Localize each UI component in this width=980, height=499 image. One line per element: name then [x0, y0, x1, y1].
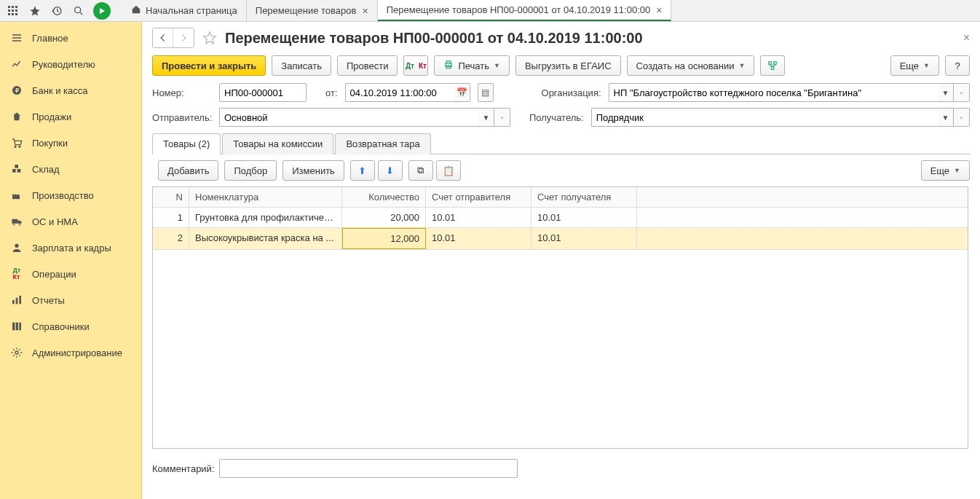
- receiver-input[interactable]: [591, 108, 938, 127]
- sidebar-item[interactable]: ОС и НМА: [0, 208, 141, 235]
- close-icon[interactable]: ×: [656, 4, 662, 16]
- th-nom[interactable]: Номенклатура: [189, 187, 342, 207]
- search-icon[interactable]: [71, 4, 86, 18]
- cell-acc-receiver[interactable]: 10.01: [532, 208, 637, 227]
- print-button[interactable]: Печать ▼: [434, 55, 510, 76]
- window-tab[interactable]: Перемещение товаров×: [247, 0, 378, 21]
- save-button[interactable]: Записать: [272, 55, 331, 76]
- number-input[interactable]: [219, 83, 307, 102]
- org-open-icon[interactable]: ▫: [954, 83, 970, 102]
- move-down-button[interactable]: ⬇: [378, 160, 403, 181]
- calendar-icon[interactable]: 📅: [454, 83, 470, 102]
- org-input[interactable]: [609, 83, 938, 102]
- sidebar-item[interactable]: Склад: [0, 156, 141, 182]
- svg-rect-23: [19, 296, 21, 304]
- print-label: Печать: [458, 60, 489, 71]
- sidebar-item[interactable]: Администрирование: [0, 339, 141, 366]
- cell-qty[interactable]: 12,000: [342, 228, 426, 249]
- svg-rect-5: [15, 9, 17, 12]
- th-n[interactable]: N: [153, 187, 189, 207]
- svg-rect-24: [12, 323, 15, 331]
- move-up-button[interactable]: ⬆: [350, 160, 375, 181]
- sidebar-item[interactable]: ₽Банк и касса: [0, 77, 141, 103]
- th-acc-receiver[interactable]: Счет получателя: [532, 187, 637, 207]
- cell-qty[interactable]: 20,000: [342, 208, 426, 227]
- sidebar-item[interactable]: Главное: [0, 25, 141, 51]
- help-button[interactable]: ?: [945, 55, 970, 76]
- receiver-label: Получатель:: [529, 112, 584, 123]
- table-more-button[interactable]: Еще ▼: [921, 160, 970, 181]
- sidebar-item[interactable]: Продажи: [0, 103, 141, 130]
- sidebar-item[interactable]: Покупки: [0, 130, 141, 156]
- org-dropdown-icon[interactable]: ▼: [938, 83, 954, 102]
- dtkt-button[interactable]: ДтКт: [403, 55, 428, 76]
- svg-rect-17: [15, 165, 18, 168]
- nav-forward[interactable]: [173, 28, 194, 47]
- sidebar-item[interactable]: Производство: [0, 182, 141, 208]
- sidebar-item[interactable]: ДтКтОперации: [0, 261, 141, 287]
- topbar-icons: [0, 0, 116, 21]
- th-qty[interactable]: Количество: [342, 187, 426, 207]
- tab-label: Начальная страница: [146, 5, 237, 16]
- table-row[interactable]: 1Грунтовка для профилактичес...20,00010.…: [153, 208, 968, 228]
- window-tab[interactable]: Начальная страница: [122, 0, 247, 21]
- copy-button[interactable]: ⧉: [408, 160, 433, 181]
- close-page-icon[interactable]: ×: [963, 31, 970, 44]
- comment-input[interactable]: [219, 459, 518, 478]
- subtab[interactable]: Товары на комиссии: [222, 133, 333, 154]
- favorite-star-icon[interactable]: [202, 30, 218, 46]
- add-row-button[interactable]: Добавить: [158, 160, 218, 181]
- svg-rect-22: [16, 298, 18, 304]
- receiver-dropdown-icon[interactable]: ▼: [938, 108, 954, 127]
- sidebar-item-label: Продажи: [32, 111, 71, 122]
- sender-input[interactable]: [219, 108, 478, 127]
- sidebar-item[interactable]: Справочники: [0, 313, 141, 339]
- pick-button[interactable]: Подбор: [224, 160, 277, 181]
- cell-acc-sender[interactable]: 10.01: [426, 208, 532, 227]
- sender-dropdown-icon[interactable]: ▼: [478, 108, 494, 127]
- sender-open-icon[interactable]: ▫: [494, 108, 510, 127]
- sidebar-item-label: Администрирование: [32, 347, 122, 358]
- more-button[interactable]: Еще ▼: [890, 55, 939, 76]
- structure-button[interactable]: [760, 55, 785, 76]
- cell-nom[interactable]: Высокоукрывистая краска на ...: [189, 228, 342, 249]
- svg-rect-29: [447, 60, 451, 63]
- close-icon[interactable]: ×: [362, 5, 368, 17]
- create-based-button[interactable]: Создать на основании ▼: [627, 55, 755, 76]
- paste-button[interactable]: 📋: [436, 160, 461, 181]
- sidebar-item[interactable]: Зарплата и кадры: [0, 235, 141, 261]
- th-acc-sender[interactable]: Счет отправителя: [426, 187, 532, 207]
- svg-rect-25: [16, 323, 18, 331]
- subtab[interactable]: Товары (2): [152, 133, 221, 154]
- play-button[interactable]: [93, 2, 111, 20]
- post-button[interactable]: Провести: [337, 55, 398, 76]
- svg-rect-7: [12, 13, 14, 15]
- history-icon[interactable]: [50, 4, 64, 18]
- svg-rect-1: [12, 6, 14, 8]
- subtab[interactable]: Возвратная тара: [335, 133, 430, 154]
- cart-icon: [10, 136, 23, 149]
- edit-row-button[interactable]: Изменить: [282, 160, 344, 181]
- nav-back[interactable]: [153, 28, 173, 47]
- factory-icon: [10, 189, 23, 202]
- apps-icon[interactable]: [6, 4, 20, 18]
- sidebar-item[interactable]: Отчеты: [0, 287, 141, 313]
- window-tab[interactable]: Перемещение товаров НП00-000001 от 04.10…: [378, 0, 672, 21]
- topbar: Начальная страницаПеремещение товаров×Пе…: [0, 0, 980, 22]
- sidebar-item[interactable]: Руководителю: [0, 51, 141, 77]
- chevron-down-icon: ▼: [923, 62, 930, 69]
- subtabs: Товары (2)Товары на комиссииВозвратная т…: [152, 133, 970, 154]
- doc-state-icon[interactable]: ▤: [478, 83, 494, 102]
- table-row[interactable]: 2Высокоукрывистая краска на ...12,00010.…: [153, 228, 968, 250]
- cell-nom[interactable]: Грунтовка для профилактичес...: [189, 208, 342, 227]
- cell-n: 1: [153, 208, 189, 227]
- post-and-close-button[interactable]: Провести и закрыть: [152, 55, 266, 76]
- star-icon[interactable]: [28, 4, 42, 18]
- receiver-open-icon[interactable]: ▫: [954, 108, 970, 127]
- cell-acc-sender[interactable]: 10.01: [426, 228, 532, 249]
- books-icon: [10, 320, 23, 333]
- egais-button[interactable]: Выгрузить в ЕГАИС: [515, 55, 621, 76]
- cell-rest: [637, 208, 968, 227]
- date-input[interactable]: [345, 83, 454, 102]
- cell-acc-receiver[interactable]: 10.01: [532, 228, 637, 249]
